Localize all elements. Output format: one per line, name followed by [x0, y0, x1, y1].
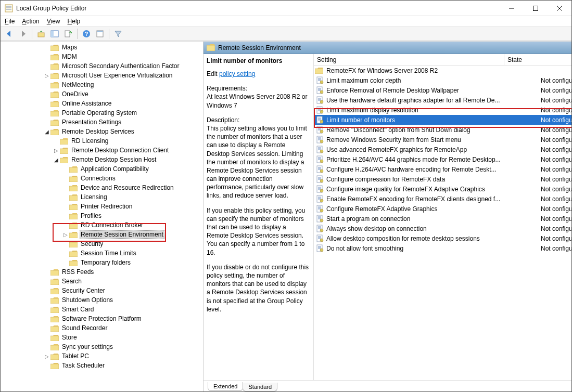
tree-item[interactable]: MDM	[2, 52, 204, 61]
svg-rect-43	[50, 298, 59, 304]
setting-name: Do not allow font smoothing	[326, 245, 538, 252]
settings-policy-row[interactable]: Configure RemoteFX Adaptive GraphicsNot …	[314, 204, 571, 214]
tree-item[interactable]: Profiles	[2, 211, 204, 220]
tree-item[interactable]: RSS Feeds	[2, 267, 204, 277]
export-list-button[interactable]	[62, 28, 74, 40]
tree-item[interactable]: Store	[2, 333, 204, 342]
up-one-level-button[interactable]	[35, 28, 47, 40]
svg-rect-46	[50, 326, 59, 332]
tree-item[interactable]: Application Compatibility	[2, 164, 204, 174]
tree-item[interactable]: Sound Recorder	[2, 323, 204, 333]
tree-item[interactable]: Microsoft Secondary Authentication Facto…	[2, 61, 204, 71]
tree-item[interactable]: ▷Remote Desktop Connection Client	[2, 146, 204, 155]
tree-item[interactable]: Printer Redirection	[2, 202, 204, 211]
tree-item[interactable]: Security	[2, 239, 204, 249]
settings-policy-row[interactable]: Enforce Removal of Remote Desktop Wallpa…	[314, 85, 571, 95]
tree-item[interactable]: Sync your settings	[2, 342, 204, 351]
right-header-title: Remote Session Environment	[218, 44, 301, 51]
tree-item[interactable]: ◢Remote Desktop Services	[2, 127, 204, 136]
filter-button[interactable]	[112, 28, 124, 40]
tree-pane[interactable]: MapsMDMMicrosoft Secondary Authenticatio…	[1, 42, 204, 391]
tree-item[interactable]: ◢Remote Desktop Session Host	[2, 155, 204, 164]
tree-item[interactable]: Presentation Settings	[2, 117, 204, 127]
settings-list[interactable]: RemoteFX for Windows Server 2008 R2Limit…	[314, 66, 571, 380]
tree-item[interactable]: Online Assistance	[2, 99, 204, 108]
tree-item-label: Search	[61, 278, 83, 285]
menu-file[interactable]: File	[5, 18, 15, 25]
settings-policy-row[interactable]: Configure compression for RemoteFX dataN…	[314, 174, 571, 184]
chevron-icon[interactable]: ▷	[43, 73, 50, 79]
settings-policy-row[interactable]: Allow desktop composition for remote des…	[314, 233, 571, 243]
tab-standard[interactable]: Standard	[243, 383, 277, 391]
tab-extended[interactable]: Extended	[208, 382, 243, 391]
settings-policy-row[interactable]: Start a program on connectionNot configu…	[314, 214, 571, 224]
svg-rect-44	[50, 308, 59, 313]
tree-item[interactable]: Smart Card	[2, 305, 204, 314]
chevron-icon[interactable]: ◢	[43, 129, 50, 135]
tree-item[interactable]: Shutdown Options	[2, 295, 204, 305]
forward-button[interactable]	[17, 28, 29, 40]
minimize-button[interactable]	[500, 1, 524, 16]
tree-item[interactable]: Session Time Limits	[2, 249, 204, 258]
setting-state: Not configured	[538, 176, 571, 183]
settings-policy-row[interactable]: Always show desktop on connectionNot con…	[314, 224, 571, 233]
settings-policy-row[interactable]: Use the hardware default graphics adapte…	[314, 95, 571, 105]
chevron-icon[interactable]: ▷	[53, 148, 60, 153]
help-button[interactable]: ?	[81, 28, 92, 40]
chevron-icon[interactable]: ▷	[43, 354, 50, 359]
settings-policy-row[interactable]: Configure image quality for RemoteFX Ada…	[314, 184, 571, 194]
setting-state: Not configured	[538, 116, 571, 124]
maximize-button[interactable]	[524, 1, 548, 16]
svg-rect-26	[60, 139, 68, 145]
settings-policy-row[interactable]: Do not allow font smoothingNot configure…	[314, 243, 571, 253]
settings-policy-row[interactable]: Prioritize H.264/AVC 444 graphics mode f…	[314, 154, 571, 164]
tree-item[interactable]: Task Scheduler	[2, 361, 204, 370]
settings-policy-row[interactable]: Limit maximum color depthNot configured	[314, 75, 571, 85]
settings-policy-row[interactable]: Limit maximum display resolutionNot conf…	[314, 105, 571, 115]
tree-item[interactable]: Maps	[2, 43, 204, 52]
svg-rect-21	[50, 93, 59, 98]
column-state[interactable]: State	[504, 54, 571, 65]
settings-column-header[interactable]: Setting State	[314, 54, 571, 66]
details-title: Limit number of monitors	[207, 57, 309, 64]
tree-item[interactable]: ▷Microsoft User Experience Virtualizatio…	[2, 71, 204, 80]
tree-item[interactable]: Temporary folders	[2, 258, 204, 267]
settings-policy-row[interactable]: Remove Windows Security item from Start …	[314, 135, 571, 145]
settings-policy-row[interactable]: Use advanced RemoteFX graphics for Remot…	[314, 145, 571, 154]
settings-policy-row[interactable]: Limit number of monitorsNot configured	[314, 115, 571, 125]
policy-icon	[316, 76, 324, 85]
back-button[interactable]	[4, 28, 15, 40]
tree-item[interactable]: Search	[2, 277, 204, 286]
chevron-icon[interactable]: ◢	[53, 157, 60, 163]
svg-point-127	[320, 219, 323, 222]
close-button[interactable]	[548, 1, 571, 16]
tree-item[interactable]: ▷Tablet PC	[2, 351, 204, 361]
tree-item[interactable]: Security Center	[2, 286, 204, 295]
menu-view[interactable]: View	[47, 18, 60, 25]
chevron-icon[interactable]: ▷	[62, 232, 69, 238]
settings-policy-row[interactable]: Configure H.264/AVC hardware encoding fo…	[314, 164, 571, 174]
menu-action[interactable]: Action	[22, 18, 39, 25]
svg-point-92	[320, 150, 323, 153]
tree-item-label: Presentation Settings	[61, 119, 122, 126]
tree-item[interactable]: ▷Remote Session Environment	[2, 230, 204, 239]
svg-rect-36	[69, 233, 78, 238]
column-setting[interactable]: Setting	[317, 56, 504, 63]
edit-policy-setting-link[interactable]: policy setting	[219, 70, 255, 77]
show-hide-console-tree-button[interactable]	[49, 28, 60, 40]
tree-item-label: Software Protection Platform	[61, 315, 143, 322]
tree-item[interactable]: RD Connection Broker	[2, 220, 204, 230]
tree-item[interactable]: Portable Operating System	[2, 108, 204, 117]
settings-policy-row[interactable]: Remove "Disconnect" option from Shut Dow…	[314, 125, 571, 135]
settings-folder-row[interactable]: RemoteFX for Windows Server 2008 R2	[314, 66, 571, 75]
tree-item[interactable]: Licensing	[2, 192, 204, 202]
tree-item[interactable]: OneDrive	[2, 89, 204, 99]
tree-item[interactable]: NetMeeting	[2, 80, 204, 89]
tree-item[interactable]: Device and Resource Redirection	[2, 183, 204, 192]
tree-item[interactable]: Connections	[2, 174, 204, 183]
tree-item[interactable]: RD Licensing	[2, 136, 204, 146]
properties-button[interactable]	[94, 28, 106, 40]
menu-help[interactable]: Help	[68, 18, 81, 25]
tree-item[interactable]: Software Protection Platform	[2, 314, 204, 323]
settings-policy-row[interactable]: Enable RemoteFX encoding for RemoteFX cl…	[314, 194, 571, 204]
